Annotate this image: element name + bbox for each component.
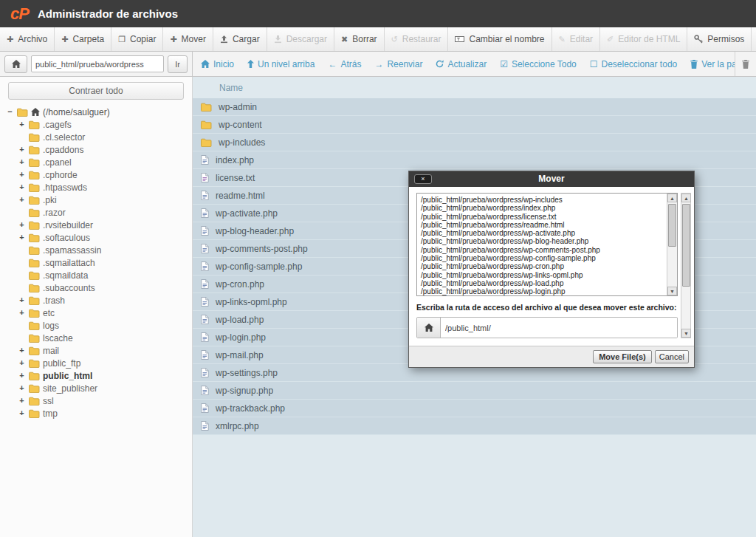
plus-expander-icon[interactable]: +	[18, 397, 26, 405]
scroll-up-icon[interactable]: ▲	[667, 194, 677, 202]
plus-expander-icon[interactable]: +	[18, 372, 26, 380]
tree-item-public-ftp[interactable]: +public_ftp	[0, 357, 192, 369]
tree-item-mail[interactable]: +mail	[0, 344, 192, 357]
collapse-all-button[interactable]: Contraer todo	[8, 82, 184, 100]
path-line: /public_html/prueba/wordpress/wp-cron.ph…	[421, 262, 664, 270]
plus-expander-icon[interactable]: +	[18, 346, 26, 355]
tree-item-subaccounts[interactable]: .subaccounts	[0, 281, 192, 294]
folder-icon	[29, 372, 40, 380]
file-row-wp-includes[interactable]: wp-includes	[193, 134, 756, 151]
scrollbar-thumb[interactable]	[668, 204, 676, 247]
plus-expander-icon[interactable]: +	[18, 233, 26, 242]
tree-item-rvsitebuilder[interactable]: +.rvsitebuilder	[0, 219, 192, 231]
folder-icon	[17, 108, 28, 117]
tree-item-pki[interactable]: +.pki	[0, 194, 192, 206]
destination-path-input[interactable]	[441, 318, 677, 338]
plus-expander-icon[interactable]: +	[18, 171, 26, 179]
cancel-button[interactable]: Cancel	[655, 350, 689, 363]
plus-expander-icon[interactable]: +	[18, 146, 26, 154]
file-row-wp-signup-php[interactable]: wp-signup.php	[193, 382, 756, 400]
cpanel-logo: cP	[10, 4, 29, 24]
file-row-wp-trackback-php[interactable]: wp-trackback.php	[193, 400, 756, 417]
plus-expander-icon[interactable]: +	[18, 120, 26, 129]
tree-item-tmp[interactable]: +tmp	[0, 407, 192, 420]
toolbar-button-ver[interactable]: Ver	[752, 27, 756, 51]
file-icon	[201, 244, 209, 253]
nav-link-inicio[interactable]: Inicio	[194, 59, 241, 69]
tree-item-cl-selector[interactable]: .cl.selector	[0, 131, 192, 143]
tree-item-public-html[interactable]: +public_html	[0, 369, 192, 382]
tree-item-cagefs[interactable]: +.cagefs	[0, 118, 192, 131]
file-icon	[201, 261, 209, 271]
tree-item-cpanel[interactable]: +.cpanel	[0, 156, 192, 168]
tree-item-label: .sqmailattach	[43, 258, 95, 268]
column-header-name[interactable]: Name	[193, 77, 756, 98]
scroll-up-icon[interactable]: ▲	[681, 194, 691, 202]
tree-item-razor[interactable]: .razor	[0, 206, 192, 219]
deselect-all-icon: ☐	[590, 60, 598, 69]
toolbar-button-cambiar-el-nombre[interactable]: Cambiar el nombre	[448, 27, 551, 51]
toolbar-button-carpeta[interactable]: ✚Carpeta	[55, 27, 111, 51]
plus-expander-icon[interactable]: +	[18, 359, 26, 367]
toolbar-button-mover[interactable]: ✚Mover	[163, 27, 213, 51]
close-icon[interactable]: ×	[414, 174, 432, 184]
nav-link-reenviar[interactable]: →Reenviar	[368, 59, 429, 69]
toolbar-button-borrar[interactable]: ✖Borrar	[334, 27, 385, 51]
plus-expander-icon[interactable]: +	[18, 158, 26, 166]
nav-link-deseleccionar-todo[interactable]: ☐Deseleccionar todo	[583, 59, 684, 69]
scrollbar-thumb[interactable]	[682, 204, 690, 287]
trash-button[interactable]	[735, 52, 756, 76]
toolbar-button-permisos[interactable]: Permisos	[687, 27, 752, 51]
plus-expander-icon[interactable]: +	[18, 196, 26, 204]
toolbar: ✚Archivo✚Carpeta❐Copiar✚MoverCargarDesca…	[0, 27, 756, 52]
plus-expander-icon[interactable]: +	[18, 309, 26, 317]
nav-link-label: Seleccione Todo	[512, 59, 577, 69]
file-row-index-php[interactable]: index.php	[193, 151, 756, 169]
tree-item-trash[interactable]: +.trash	[0, 294, 192, 307]
tree-item-cphorde[interactable]: +.cphorde	[0, 168, 192, 181]
file-row-wp-content[interactable]: wp-content	[193, 116, 756, 134]
toolbar-button-copiar[interactable]: ❐Copiar	[111, 27, 163, 51]
plus-expander-icon[interactable]: +	[18, 409, 26, 417]
tree-item-label: .cl.selector	[43, 132, 85, 143]
tree-item-sqmaildata[interactable]: .sqmaildata	[0, 269, 192, 281]
home-button[interactable]	[4, 55, 27, 73]
tree-item-lscache[interactable]: lscache	[0, 332, 192, 344]
scroll-down-icon[interactable]: ▼	[667, 287, 677, 295]
nav-link-actualizar[interactable]: Actualizar	[429, 59, 493, 69]
toolbar-button-cargar[interactable]: Cargar	[213, 27, 267, 51]
file-row-xmlrpc-php[interactable]: xmlrpc.php	[193, 417, 756, 435]
nav-link-ver-la-papelera[interactable]: Ver la papelera	[684, 59, 735, 69]
nav-link-seleccione-todo[interactable]: ☑Seleccione Todo	[493, 59, 583, 69]
plus-expander-icon[interactable]: +	[18, 296, 26, 304]
toolbar-button-archivo[interactable]: ✚Archivo	[0, 27, 55, 51]
plus-expander-icon[interactable]: +	[18, 221, 26, 229]
tree-item-site-publisher[interactable]: +site_publisher	[0, 382, 192, 394]
file-row-wp-admin[interactable]: wp-admin	[193, 98, 756, 116]
minus-expander-icon[interactable]: −	[6, 108, 14, 116]
nav-link-atr-s[interactable]: ←Atrás	[321, 59, 368, 69]
tree-item-etc[interactable]: +etc	[0, 307, 192, 319]
scroll-down-icon[interactable]: ▼	[681, 329, 691, 338]
path-list-scrollbar[interactable]: ▲ ▼	[667, 194, 677, 295]
tree-item-spamassassin[interactable]: .spamassassin	[0, 244, 192, 256]
move-files-button[interactable]: Move File(s)	[593, 350, 652, 363]
nav-link-un-nivel-arriba[interactable]: Un nivel arriba	[241, 59, 321, 69]
path-input[interactable]	[31, 55, 164, 72]
tree-item-cpaddons[interactable]: +.cpaddons	[0, 143, 192, 156]
plus-expander-icon[interactable]: +	[18, 183, 26, 191]
home-icon	[417, 318, 441, 338]
tree-item-label: .razor	[43, 208, 66, 218]
tree-item-home-saulguer[interactable]: −(/home/saulguer)	[0, 106, 192, 118]
go-button[interactable]: Ir	[168, 55, 188, 73]
tree-item-logs[interactable]: logs	[0, 319, 192, 332]
tree-item-softaculous[interactable]: +.softaculous	[0, 231, 192, 244]
toolbar-button-label: Cambiar el nombre	[469, 34, 544, 44]
plus-expander-icon[interactable]: +	[18, 384, 26, 392]
tree-item-ssl[interactable]: +ssl	[0, 394, 192, 407]
tree-item-sqmailattach[interactable]: .sqmailattach	[0, 256, 192, 269]
file-name: wp-blog-header.php	[216, 226, 294, 236]
destination-prompt: Escriba la ruta de acceso del archivo al…	[416, 303, 678, 312]
dialog-scrollbar[interactable]: ▲ ▼	[681, 193, 691, 338]
tree-item-htpasswds[interactable]: +.htpasswds	[0, 181, 192, 194]
